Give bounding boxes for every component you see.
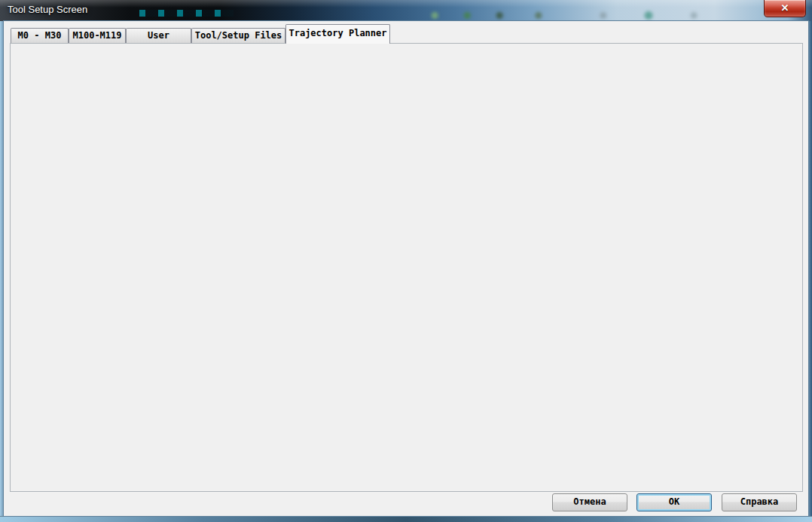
tab-page (10, 43, 803, 492)
window-title: Tool Setup Screen (8, 4, 87, 15)
cancel-button[interactable]: Отмена (552, 493, 627, 511)
titlebar-gloss (0, 0, 812, 8)
close-icon: ✕ (765, 0, 805, 16)
tab-tool-setup-files[interactable]: Tool/Setup Files (191, 28, 285, 43)
titlebar[interactable]: Tool Setup Screen ✕ (0, 0, 812, 21)
help-button[interactable]: Справка (722, 493, 797, 511)
window-border-bottom (0, 516, 812, 522)
close-button[interactable]: ✕ (764, 0, 806, 17)
tab-user-buttons[interactable]: User Buttons (126, 28, 191, 43)
background-window-glow (139, 10, 234, 17)
tab-trajectory-planner[interactable]: Trajectory Planner (285, 24, 390, 44)
window-border-right (808, 21, 812, 522)
tab-m0-m30[interactable]: M0 - M30 (11, 28, 69, 43)
dialog-body: M0 - M30 M100-M119 User Buttons Tool/Set… (4, 21, 808, 516)
background-toolbar-blur (422, 11, 746, 20)
tab-m100-m119[interactable]: M100-M119 (69, 28, 126, 43)
ok-button[interactable]: ОК (636, 493, 712, 511)
